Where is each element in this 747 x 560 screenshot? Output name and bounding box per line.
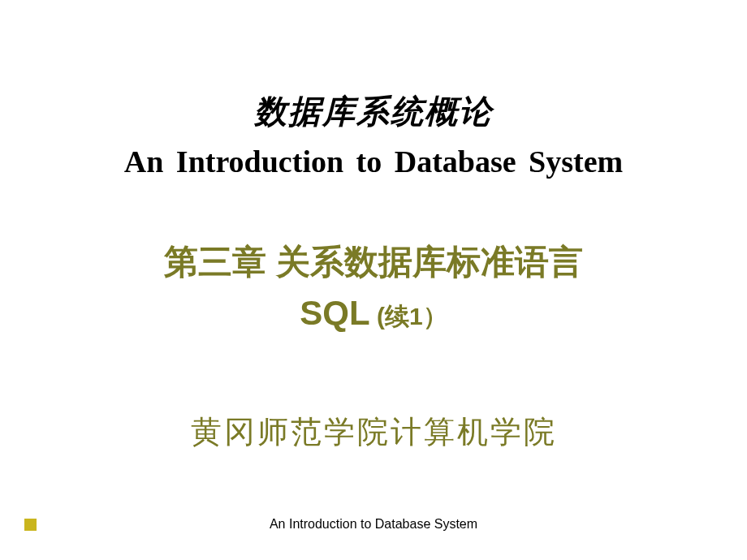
slide-content: 数据库系统概论 An Introduction to Database Syst… bbox=[0, 0, 747, 560]
chapter-sql: SQL bbox=[300, 294, 369, 332]
chapter-title: 第三章 关系数据库标准语言 SQL (续1） bbox=[164, 236, 583, 338]
chapter-continued: (续1） bbox=[370, 303, 447, 330]
title-english: An Introduction to Database System bbox=[124, 144, 623, 179]
institution-name: 黄冈师范学院计算机学院 bbox=[191, 411, 557, 453]
footer-text: An Introduction to Database System bbox=[270, 517, 477, 532]
accent-square-icon bbox=[24, 519, 37, 531]
chapter-line1: 第三章 关系数据库标准语言 bbox=[164, 243, 583, 281]
title-chinese: 数据库系统概论 bbox=[254, 89, 493, 134]
